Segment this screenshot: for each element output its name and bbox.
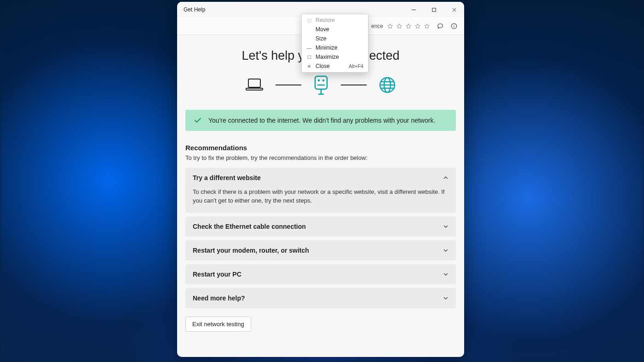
recommendations-subtitle: To try to fix the problem, try the recom… — [185, 154, 456, 161]
minimize-button[interactable] — [403, 2, 424, 17]
sysmenu-minimize[interactable]: — Minimize — [302, 43, 368, 52]
chevron-down-icon — [443, 272, 448, 277]
connector-line — [341, 85, 367, 85]
recommendation-title: Restart your modem, router, or switch — [193, 247, 309, 254]
star-icon[interactable] — [396, 23, 402, 29]
chevron-down-icon — [443, 248, 448, 253]
svg-point-10 — [318, 79, 320, 81]
exit-network-testing-button[interactable]: Exit network testing — [185, 317, 251, 332]
sysmenu-maximize[interactable]: ☐ Maximize — [302, 52, 368, 62]
system-menu: ◱ Restore Move Size — Minimize ☐ Maximiz… — [301, 14, 368, 73]
svg-rect-9 — [315, 76, 327, 89]
recommendation-title: Try a different website — [193, 174, 261, 181]
recommendation-card: Check the Ethernet cable connection — [185, 216, 456, 237]
chevron-down-icon — [443, 295, 448, 301]
svg-point-6 — [454, 24, 454, 25]
star-icon[interactable] — [424, 23, 430, 29]
recommendation-toggle[interactable]: Need more help? — [185, 288, 456, 308]
close-icon: ✕ — [306, 64, 312, 69]
recommendations-title: Recommendations — [185, 144, 456, 152]
info-icon[interactable] — [450, 23, 458, 30]
maximize-icon: ☐ — [306, 55, 312, 60]
chevron-up-icon — [443, 175, 448, 181]
content-area: Let's help you get connected You're conn… — [177, 35, 464, 357]
window-title: Get Help — [184, 6, 205, 13]
sysmenu-restore: ◱ Restore — [302, 16, 368, 25]
sysmenu-move[interactable]: Move — [302, 25, 368, 34]
laptop-icon — [245, 77, 264, 93]
window-controls — [403, 2, 464, 17]
status-banner: You're connected to the internet. We did… — [185, 110, 456, 131]
connector-line — [276, 85, 301, 85]
rate-experience-label: ence — [371, 23, 383, 29]
svg-point-11 — [322, 79, 324, 81]
minimize-icon: — — [306, 45, 312, 51]
globe-icon — [379, 76, 396, 94]
svg-rect-1 — [432, 8, 435, 11]
recommendation-toggle[interactable]: Try a different website — [185, 168, 456, 188]
recommendation-toggle[interactable]: Restart your modem, router, or switch — [185, 240, 456, 260]
close-button[interactable] — [444, 2, 464, 17]
star-icon[interactable] — [405, 23, 412, 29]
recommendation-title: Restart your PC — [193, 271, 242, 278]
sysmenu-close[interactable]: ✕ Close Alt+F4 — [302, 62, 368, 71]
router-icon — [313, 75, 329, 95]
star-icon[interactable] — [414, 23, 421, 29]
feedback-icon[interactable] — [437, 23, 444, 30]
recommendation-card: Restart your PC — [185, 264, 456, 284]
recommendation-title: Check the Ethernet cable connection — [193, 223, 306, 230]
status-text: You're connected to the internet. We did… — [208, 117, 435, 124]
restore-icon: ◱ — [306, 18, 312, 23]
sysmenu-close-accel: Alt+F4 — [349, 63, 363, 69]
check-icon — [194, 116, 202, 124]
recommendation-card: Restart your modem, router, or switch — [185, 240, 456, 260]
maximize-button[interactable] — [424, 2, 444, 17]
recommendation-toggle[interactable]: Restart your PC — [185, 264, 456, 284]
recommendation-card: Need more help? — [185, 288, 456, 308]
recommendation-card: Try a different website To check if ther… — [185, 168, 456, 213]
sysmenu-size[interactable]: Size — [302, 34, 368, 43]
svg-rect-8 — [246, 88, 263, 90]
svg-rect-7 — [248, 79, 260, 87]
chevron-down-icon — [443, 224, 448, 229]
star-icon[interactable] — [387, 23, 393, 29]
connection-diagram — [185, 75, 456, 95]
recommendation-toggle[interactable]: Check the Ethernet cable connection — [185, 216, 456, 237]
recommendation-body: To check if there is a problem with your… — [185, 188, 456, 213]
recommendation-title: Need more help? — [193, 294, 245, 302]
